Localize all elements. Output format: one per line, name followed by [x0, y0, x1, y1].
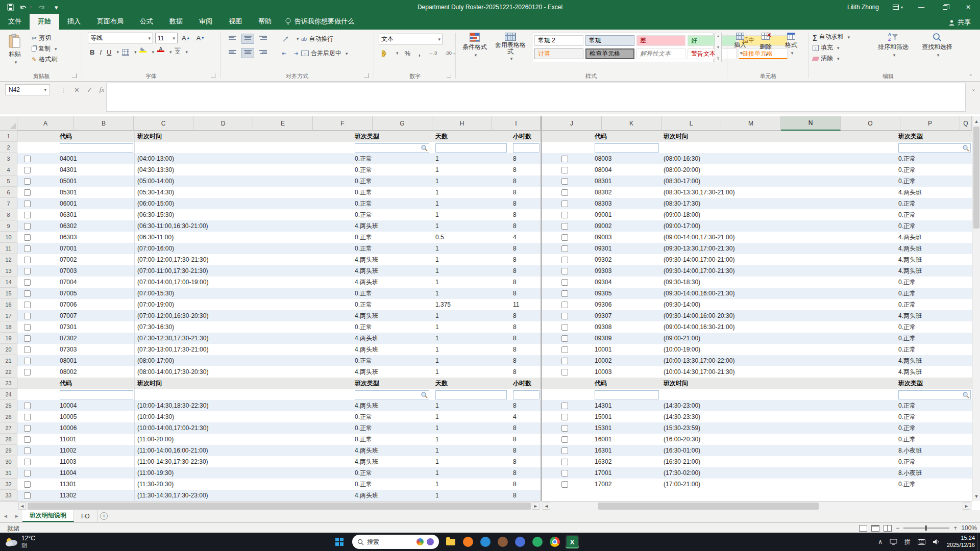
- cell[interactable]: [57, 389, 135, 400]
- decrease-decimal-icon[interactable]: .00→: [443, 48, 458, 58]
- row-checkbox[interactable]: [561, 268, 568, 274]
- cell[interactable]: [542, 198, 592, 209]
- cell-hours[interactable]: 11: [510, 299, 541, 310]
- cell-type[interactable]: 4.两头班: [896, 355, 972, 366]
- cell-days[interactable]: 1: [433, 434, 510, 445]
- cell-time[interactable]: (07:30-16:30): [135, 321, 352, 333]
- cell-type[interactable]: 4.两头班: [352, 344, 433, 355]
- cell-time[interactable]: (08:00-17:00): [135, 355, 352, 366]
- cell-time[interactable]: (11:00-19:30): [135, 467, 352, 479]
- cell-days[interactable]: 1: [433, 445, 510, 456]
- cell[interactable]: [17, 456, 57, 467]
- italic-button[interactable]: I: [97, 47, 104, 57]
- cell-code[interactable]: 09303: [592, 265, 661, 277]
- cell-days[interactable]: 1: [433, 400, 510, 411]
- cell-days[interactable]: 1: [433, 209, 510, 220]
- save-icon[interactable]: [7, 4, 14, 11]
- cell-hours[interactable]: 4: [510, 232, 541, 243]
- cell-type[interactable]: 0.正常: [352, 355, 433, 366]
- close-button[interactable]: ✕: [957, 0, 980, 14]
- cell-hours[interactable]: 8: [510, 265, 541, 277]
- cell-time[interactable]: (07:00-14:00,17:00-19:00): [135, 277, 352, 288]
- cell-days[interactable]: 1: [433, 422, 510, 434]
- cell-type[interactable]: 4.两头班: [352, 333, 433, 344]
- cell-code[interactable]: 09304: [592, 277, 661, 288]
- tell-me-box[interactable]: 告诉我你想要做什么: [280, 14, 361, 30]
- row-checkbox[interactable]: [561, 436, 568, 443]
- normal-view-icon[interactable]: [859, 525, 867, 532]
- cell-type[interactable]: 0.正常: [352, 243, 433, 254]
- enter-icon[interactable]: ✓: [87, 86, 92, 94]
- column-header-C[interactable]: C: [134, 116, 193, 131]
- row-checkbox[interactable]: [24, 436, 31, 443]
- filter-input[interactable]: [898, 143, 971, 153]
- cell[interactable]: [17, 333, 57, 344]
- column-header-E[interactable]: E: [253, 116, 313, 131]
- header-代码[interactable]: 代码: [592, 378, 661, 389]
- formula-bar-expand-icon[interactable]: ⌄: [971, 86, 976, 92]
- cell[interactable]: [17, 310, 57, 321]
- row-header-28[interactable]: 28: [0, 434, 17, 445]
- qat-customize-icon[interactable]: ▾: [55, 4, 58, 11]
- wrap-text-button[interactable]: ab自动换行: [301, 34, 333, 44]
- header-班次类型[interactable]: 班次类型: [896, 378, 972, 389]
- cell[interactable]: [433, 142, 510, 153]
- cell-type[interactable]: 4.两头班: [352, 254, 433, 265]
- cell-type[interactable]: 0.正常: [352, 198, 433, 209]
- cell-hours[interactable]: 8: [510, 344, 541, 355]
- ribbon-tab-数据[interactable]: 数据: [161, 14, 191, 30]
- cell-type[interactable]: 0.正常: [896, 198, 972, 209]
- cell-type[interactable]: 0.正常: [352, 434, 433, 445]
- cell-days[interactable]: 1: [433, 176, 510, 187]
- cell[interactable]: [542, 422, 592, 434]
- page-break-view-icon[interactable]: [884, 525, 892, 532]
- row-header-25[interactable]: 25: [0, 400, 17, 411]
- volume-icon[interactable]: [933, 539, 940, 545]
- cell-time[interactable]: (08:00-20:00): [661, 164, 896, 176]
- sheet-nav-right-icon[interactable]: ►: [11, 510, 22, 522]
- fill-color-button[interactable]: [137, 47, 149, 57]
- cell-days[interactable]: 1: [433, 254, 510, 265]
- row-checkbox[interactable]: [561, 403, 568, 409]
- ribbon-tab-公式[interactable]: 公式: [132, 14, 161, 30]
- row-checkbox[interactable]: [561, 245, 568, 252]
- cell[interactable]: [17, 164, 57, 176]
- cell-code[interactable]: 08001: [57, 355, 135, 366]
- cell-time[interactable]: (11:30-14:30,17:30-23:00): [135, 490, 352, 501]
- cell-code[interactable]: 05001: [57, 176, 135, 187]
- format-cells-button[interactable]: 格式▾: [782, 31, 800, 58]
- number-dialog-launcher[interactable]: [447, 73, 451, 78]
- show-desktop-button[interactable]: [977, 533, 980, 551]
- row-checkbox[interactable]: [24, 290, 31, 297]
- cell-code[interactable]: 09301: [592, 243, 661, 254]
- delete-cells-button[interactable]: ✕ 删除▾: [756, 31, 775, 59]
- cell-style-差[interactable]: 差: [636, 35, 685, 46]
- cell-time[interactable]: (08:00-16:30): [661, 153, 896, 164]
- row-header-5[interactable]: 5: [0, 176, 17, 187]
- row-checkbox[interactable]: [561, 257, 568, 263]
- filter-input[interactable]: [595, 390, 659, 399]
- cell-type[interactable]: 0.正常: [352, 153, 433, 164]
- undo-icon[interactable]: ▾: [19, 4, 32, 11]
- cell-code[interactable]: 10001: [592, 344, 661, 355]
- cell-type[interactable]: 0.正常: [896, 422, 972, 434]
- row-header-15[interactable]: 15: [0, 288, 17, 299]
- cell-style-检查单元格[interactable]: 检查单元格: [585, 48, 634, 59]
- cell-type[interactable]: 0.正常: [896, 288, 972, 299]
- row-checkbox[interactable]: [561, 156, 568, 162]
- cell-type[interactable]: 4.两头班: [352, 400, 433, 411]
- cell-code[interactable]: 09305: [592, 288, 661, 299]
- cell-type[interactable]: 4.两头班: [352, 490, 433, 501]
- cell-code[interactable]: 11003: [57, 456, 135, 467]
- format-painter-button[interactable]: ✎格式刷: [32, 54, 57, 65]
- cell[interactable]: [542, 445, 592, 456]
- row-checkbox[interactable]: [24, 257, 31, 263]
- cell[interactable]: [433, 389, 510, 400]
- cell[interactable]: [542, 434, 592, 445]
- column-header-F[interactable]: F: [313, 116, 373, 131]
- cell[interactable]: [352, 389, 433, 400]
- header-班次时间[interactable]: 班次时间: [135, 378, 352, 389]
- header-班次类型[interactable]: 班次类型: [896, 131, 972, 142]
- row-checkbox[interactable]: [24, 156, 31, 162]
- cell-type[interactable]: 4.两头班: [896, 187, 972, 198]
